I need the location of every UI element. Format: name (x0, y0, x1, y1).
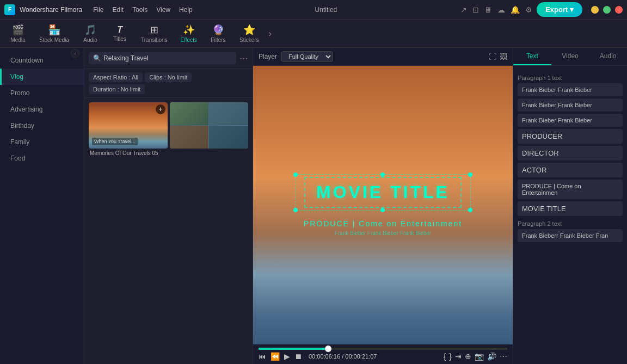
stickers-label: Stickers (239, 37, 259, 43)
overwrite-button[interactable]: ⊕ (465, 352, 471, 361)
sidebar-item-birthday[interactable]: Birthday (0, 118, 84, 134)
menu-help[interactable]: Help (179, 6, 193, 14)
step-back-button[interactable]: ⏪ (271, 352, 280, 361)
effects-label: Effects (181, 37, 197, 43)
titles-icon: T (117, 25, 122, 35)
effects-icon: ✨ (183, 24, 195, 36)
sidebar-item-family[interactable]: Family (0, 134, 84, 150)
notification-icon[interactable]: 🔔 (509, 4, 521, 15)
toolbar-more-icon[interactable]: › (267, 27, 274, 41)
menu-edit[interactable]: Edit (113, 6, 124, 14)
tab-video[interactable]: Video (551, 48, 589, 65)
maximize-button[interactable]: □ (603, 6, 611, 14)
insert-button[interactable]: ⇥ (455, 352, 462, 361)
play-button[interactable]: ▶ (284, 352, 290, 361)
clips-filter[interactable]: Clips : No limit (145, 72, 192, 82)
menu-view[interactable]: View (156, 6, 170, 14)
audio-icon: 🎵 (84, 24, 96, 36)
player-overlay: MOVIE TITLE PRODUCE | Come on Entertainm… (253, 174, 513, 236)
more-controls-button[interactable]: ⋯ (500, 352, 507, 361)
stock-icon: 🏪 (48, 24, 60, 36)
monitor-icon[interactable]: 🖥 (483, 4, 493, 15)
screen-icon[interactable]: ⊡ (471, 4, 480, 15)
credit-text: Frank Bieber Frank Bieber Frank Bieber (335, 230, 431, 236)
snapshot-icon[interactable]: 🖼 (500, 52, 507, 61)
text-card-3[interactable]: Frank Bieber Frank Bieber (518, 114, 623, 127)
cloud-icon[interactable]: ☁ (496, 4, 506, 15)
toolbar-stickers[interactable]: ⭐ Stickers (234, 22, 265, 45)
player-label: Player (259, 53, 277, 60)
left-sidebar: Countdown Vlog Promo Advertising Birthda… (0, 48, 84, 364)
tab-text[interactable]: Text (513, 48, 551, 65)
sidebar-item-advertising[interactable]: Advertising (0, 101, 84, 118)
mark-out-button[interactable]: } (449, 352, 452, 361)
toolbar-titles[interactable]: T Titles (106, 23, 133, 44)
thumbnail-grid (170, 102, 249, 149)
quality-select[interactable]: Full Quality Half Quality (281, 51, 333, 62)
movie-title-container[interactable]: MOVIE TITLE (295, 174, 471, 211)
sidebar-collapse-button[interactable]: ‹ (71, 49, 79, 58)
toolbar-media[interactable]: 🎬 Media (4, 22, 32, 45)
settings-icon[interactable]: ⚙ (524, 4, 533, 15)
rewind-button[interactable]: ⏮ (259, 352, 266, 361)
add-item-icon[interactable]: + (156, 104, 165, 114)
toolbar-filters[interactable]: 🔮 Filters (205, 22, 232, 45)
snapshot-ctrl-button[interactable]: 📷 (475, 352, 484, 361)
more-options-icon[interactable]: ⋯ (239, 53, 248, 64)
progress-bar[interactable] (259, 348, 507, 350)
filter-row-2: Duration : No limit (89, 84, 248, 94)
list-item[interactable]: When You Travel... + Memories Of Our Tra… (89, 102, 168, 360)
text-card-1[interactable]: Frank Bieber Frank Bieber (518, 83, 623, 96)
right-panel-content: Paragraph 1 text Frank Bieber Frank Bieb… (513, 66, 627, 364)
toolbar-transitions[interactable]: ⊞ Transitions (136, 22, 173, 45)
media-grid: When You Travel... + Memories Of Our Tra… (84, 98, 253, 364)
audio-label: Audio (83, 37, 97, 43)
close-button[interactable]: ✕ (615, 6, 623, 14)
handle-bm[interactable] (380, 208, 385, 212)
aspect-ratio-filter[interactable]: Aspect Ratio : All (89, 72, 143, 82)
text-card-para2[interactable]: Frank Bieberr Frank Bieber Fran (518, 229, 623, 242)
handle-br[interactable] (468, 208, 472, 212)
sidebar-item-vlog[interactable]: Vlog (0, 69, 84, 85)
title-bar: F Wondershare Filmora File Edit Tools Vi… (0, 0, 627, 20)
filters-icon: 🔮 (212, 24, 224, 36)
handle-tr[interactable] (468, 172, 472, 177)
menu-tools[interactable]: Tools (132, 6, 147, 14)
text-name-produce[interactable]: PRODUCE | Come on Entertainmen (518, 180, 623, 199)
progress-thumb[interactable] (325, 346, 331, 352)
stop-button[interactable]: ⏹ (294, 352, 302, 361)
stock-label: Stock Media (39, 37, 69, 43)
handle-bl[interactable] (293, 208, 298, 212)
toolbar-stock[interactable]: 🏪 Stock Media (34, 22, 75, 45)
list-item[interactable] (170, 102, 249, 360)
sidebar-item-promo[interactable]: Promo (0, 85, 84, 101)
tab-audio[interactable]: Audio (589, 48, 627, 65)
minimize-button[interactable]: — (591, 6, 599, 14)
search-input[interactable] (103, 54, 232, 62)
text-card-2[interactable]: Frank Bieber Frank Bieber (518, 98, 623, 112)
sidebar-item-food[interactable]: Food (0, 150, 84, 166)
fullscreen-icon[interactable]: ⛶ (489, 52, 496, 61)
share-icon[interactable]: ↗ (459, 4, 468, 15)
text-name-actor[interactable]: ACTOR (518, 163, 623, 177)
media-label: Media (10, 37, 25, 43)
export-button[interactable]: Export ▾ (537, 2, 582, 17)
search-icon: 🔍 (93, 54, 101, 62)
toolbar-audio[interactable]: 🎵 Audio (77, 22, 104, 45)
right-tabs: Text Video Audio (513, 48, 627, 66)
menu-file[interactable]: File (93, 6, 103, 14)
volume-button[interactable]: 🔊 (487, 352, 496, 361)
duration-filter[interactable]: Duration : No limit (89, 84, 145, 94)
handle-tl[interactable] (293, 172, 298, 177)
window-title: Untitled (197, 6, 456, 14)
paragraph1-label: Paragraph 1 text (518, 75, 623, 81)
controls-right: { } ⇥ ⊕ 📷 🔊 ⋯ (444, 352, 507, 361)
handle-tm[interactable] (380, 172, 385, 177)
produce-text: PRODUCE | Come on Entertainment (304, 219, 462, 228)
text-name-director[interactable]: DIRECTOR (518, 146, 623, 161)
text-name-movietitle[interactable]: MOVIE TITLE (518, 201, 623, 216)
toolbar-effects[interactable]: ✨ Effects (175, 22, 202, 45)
app-name: Wondershare Filmora (20, 6, 82, 14)
mark-in-button[interactable]: { (444, 352, 446, 361)
text-name-producer[interactable]: PRODUCER (518, 129, 623, 144)
